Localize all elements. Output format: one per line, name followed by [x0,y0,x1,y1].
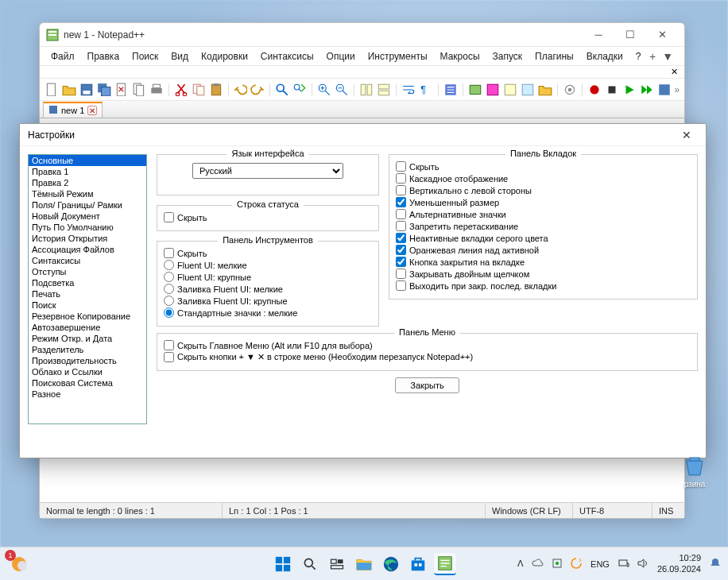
tray-update-icon[interactable] [570,557,583,571]
tray-clock[interactable]: 10:29 26.09.2024 [657,553,701,574]
category-item[interactable]: Ассоциация Файлов [29,244,146,255]
start-button[interactable] [272,553,294,575]
toolbar-radio-fluent-large[interactable]: Fluent UI: крупные [164,272,372,282]
category-item[interactable]: Поиск [29,300,146,311]
tab-close-icon[interactable]: ✕ [87,106,97,115]
doc-list-icon[interactable] [503,83,517,97]
category-item[interactable]: Автозавершение [29,322,146,333]
play-macro-icon[interactable] [622,83,637,97]
tray-security-icon[interactable] [551,557,563,571]
category-item[interactable]: Тёмный Режим [29,188,146,199]
category-item[interactable]: Синтаксисы [29,255,146,266]
category-item[interactable]: Новый Документ [29,211,146,222]
weather-widget-icon[interactable]: 1 [8,553,30,575]
category-item[interactable]: Подсветка [29,277,146,288]
menu-help[interactable]: ? [629,48,648,64]
recycle-bin-icon[interactable]: рзина [676,453,714,489]
toolbar-radio-filled-large[interactable]: Заливка Fluent UI: крупные [164,296,372,306]
category-listbox[interactable]: ОсновныеПравка 1Правка 2Тёмный РежимПоля… [28,154,147,424]
tray-chevron-icon[interactable]: ᐱ [517,559,524,569]
category-item[interactable]: Основные [29,155,146,166]
tabbar-hide-checkbox[interactable]: Скрыть [396,161,691,172]
menu-macro[interactable]: Макросы [434,48,486,64]
tab-new1[interactable]: new 1 ✕ [43,102,103,118]
category-item[interactable]: Разное [29,389,146,400]
close-file-icon[interactable] [114,83,129,97]
cut-icon[interactable] [174,83,188,97]
category-item[interactable]: Путь По Умолчанию [29,222,146,233]
category-item[interactable]: Поля/ Границы/ Рамки [29,199,146,211]
category-item[interactable]: Разделитель [29,344,146,355]
udl-icon[interactable] [468,83,482,97]
paste-icon[interactable] [209,83,223,97]
tabbar-exitonlast-checkbox[interactable]: Выходить при закр. послед. вкладки [396,280,691,291]
menu-window[interactable]: Вкладки [580,48,629,64]
category-item[interactable]: Отступы [29,266,146,277]
explorer-icon[interactable] [353,553,375,575]
sb-ins[interactable]: INS [652,503,684,518]
toolbar-hide-checkbox[interactable]: Скрыть [164,248,372,258]
category-item[interactable]: Правка 1 [29,166,146,177]
tray-network-icon[interactable] [618,557,630,571]
tabbar-lockdrag-checkbox[interactable]: Запретить перетаскивание [396,221,691,231]
menubar-dropdown-button[interactable]: ▼ [662,50,673,63]
indent-guide-icon[interactable] [443,83,458,97]
toolbar-radio-fluent-small[interactable]: Fluent UI: мелкие [164,260,372,270]
menu-file[interactable]: Файл [45,48,81,64]
status-hide-checkbox[interactable]: Скрыть [164,212,372,222]
search-icon[interactable] [299,553,321,575]
print-icon[interactable] [149,83,164,97]
category-item[interactable]: История Открытия [29,233,146,244]
menu-language[interactable]: Синтаксисы [254,48,320,64]
menubar-close-button[interactable]: ✕ [671,67,678,77]
close-window-button[interactable]: ✕ [646,24,678,46]
redo-icon[interactable] [250,83,265,97]
new-file-icon[interactable] [45,83,59,97]
save-all-icon[interactable] [97,83,111,97]
menu-edit[interactable]: Правка [81,48,126,64]
category-item[interactable]: Облако и Ссылки [29,366,146,377]
copy-icon[interactable] [192,83,206,97]
menubar-hide-main-checkbox[interactable]: Скрыть Главное Меню (Alt или F10 для выб… [164,340,691,350]
tray-language[interactable]: ENG [591,559,610,569]
wordwrap-icon[interactable] [401,83,416,97]
monitor-icon[interactable] [563,83,577,97]
sb-encoding[interactable]: UTF-8 [573,503,652,518]
play-multi-icon[interactable] [640,83,654,97]
menu-search[interactable]: Поиск [126,48,165,64]
menu-run[interactable]: Запуск [486,48,529,64]
menu-plugins[interactable]: Плагины [529,48,580,64]
sync-v-icon[interactable] [359,83,374,97]
tabbar-closebutton-checkbox[interactable]: Кнопка закрытия на вкладке [396,257,691,267]
store-icon[interactable] [407,553,429,575]
category-item[interactable]: Печать [29,288,146,300]
tabbar-reduce-checkbox[interactable]: Уменьшенный размер [396,197,691,207]
minimize-button[interactable]: ─ [583,24,614,46]
stop-macro-icon[interactable] [605,83,619,97]
find-icon[interactable] [275,83,289,97]
close-all-icon[interactable] [132,83,146,97]
menubar-hide-buttons-checkbox[interactable]: Скрыть кнопки + ▼ ✕ в строке меню (Необх… [164,352,691,362]
undo-icon[interactable] [234,83,248,97]
tabbar-orangeline-checkbox[interactable]: Оранжевая линия над активной [396,245,691,255]
tabbar-vertical-checkbox[interactable]: Вертикально с левой стороны [396,185,691,195]
zoom-out-icon[interactable] [335,83,349,97]
tabbar-alticons-checkbox[interactable]: Альтернативные значки [396,209,691,219]
tray-onedrive-icon[interactable] [532,557,544,571]
sb-eol[interactable]: Windows (CR LF) [486,503,573,518]
tray-notifications-icon[interactable] [709,557,722,571]
showall-icon[interactable]: ¶ [419,83,433,97]
category-item[interactable]: Поисковая Система [29,377,146,389]
dialog-close-x[interactable]: ✕ [676,129,698,141]
sync-h-icon[interactable] [377,83,391,97]
notepad-taskbar-icon[interactable] [434,553,456,575]
zoom-in-icon[interactable] [317,83,331,97]
toolbar-radio-filled-small[interactable]: Заливка Fluent UI: мелкие [164,284,372,294]
tray-volume-icon[interactable] [637,557,649,571]
folder-workspace-icon[interactable] [538,83,552,97]
menu-settings[interactable]: Опции [320,48,362,64]
category-item[interactable]: Режим Откр. и Дата [29,333,146,344]
doc-map-icon[interactable] [486,83,500,97]
open-file-icon[interactable] [62,83,76,97]
toolbar-radio-standard-small[interactable]: Стандартные значки : мелкие [164,307,372,318]
